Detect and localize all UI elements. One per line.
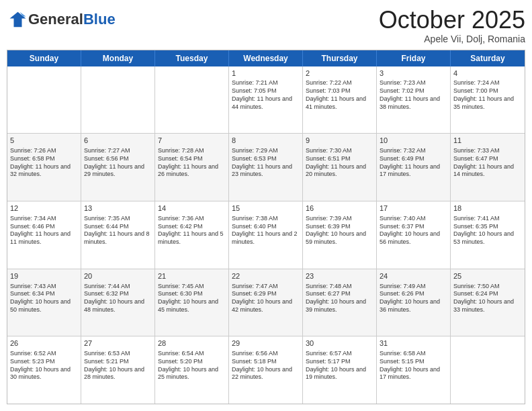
day-number: 11 bbox=[453, 136, 522, 146]
day-number: 31 bbox=[380, 338, 447, 349]
day-number: 20 bbox=[84, 271, 152, 281]
cell-r2-c4: 16Sunrise: 7:39 AM Sunset: 6:39 PM Dayli… bbox=[303, 201, 377, 269]
day-number: 13 bbox=[84, 203, 152, 214]
cell-r4-c4: 30Sunrise: 6:57 AM Sunset: 5:17 PM Dayli… bbox=[303, 336, 377, 404]
cell-r4-c3: 29Sunrise: 6:56 AM Sunset: 5:18 PM Dayli… bbox=[229, 336, 303, 404]
day-info: Sunrise: 7:45 AM Sunset: 6:30 PM Dayligh… bbox=[158, 283, 226, 314]
day-info: Sunrise: 6:57 AM Sunset: 5:17 PM Dayligh… bbox=[306, 350, 373, 381]
day-info: Sunrise: 7:49 AM Sunset: 6:26 PM Dayligh… bbox=[380, 283, 447, 314]
day-number: 24 bbox=[380, 271, 447, 281]
day-info: Sunrise: 6:52 AM Sunset: 5:23 PM Dayligh… bbox=[10, 350, 78, 381]
day-info: Sunrise: 7:36 AM Sunset: 6:42 PM Dayligh… bbox=[158, 215, 226, 246]
day-info: Sunrise: 6:53 AM Sunset: 5:21 PM Dayligh… bbox=[84, 350, 152, 381]
day-number: 29 bbox=[232, 338, 300, 349]
cell-r3-c1: 20Sunrise: 7:44 AM Sunset: 6:32 PM Dayli… bbox=[81, 269, 155, 336]
day-info: Sunrise: 7:33 AM Sunset: 6:47 PM Dayligh… bbox=[453, 147, 522, 179]
cell-r4-c2: 28Sunrise: 6:54 AM Sunset: 5:20 PM Dayli… bbox=[155, 336, 229, 404]
day-number: 12 bbox=[10, 203, 78, 214]
day-number: 27 bbox=[84, 338, 152, 349]
day-info: Sunrise: 7:38 AM Sunset: 6:40 PM Dayligh… bbox=[232, 215, 300, 246]
day-number: 23 bbox=[306, 271, 373, 281]
cell-r4-c5: 31Sunrise: 6:58 AM Sunset: 5:15 PM Dayli… bbox=[377, 336, 451, 404]
day-info: Sunrise: 7:48 AM Sunset: 6:27 PM Dayligh… bbox=[306, 283, 373, 314]
calendar-row-4: 26Sunrise: 6:52 AM Sunset: 5:23 PM Dayli… bbox=[7, 336, 525, 404]
day-number: 5 bbox=[10, 136, 78, 146]
day-number: 7 bbox=[158, 136, 226, 146]
cell-r1-c4: 9Sunrise: 7:30 AM Sunset: 6:51 PM Daylig… bbox=[303, 134, 377, 201]
day-number: 18 bbox=[453, 203, 522, 214]
cell-r3-c4: 23Sunrise: 7:48 AM Sunset: 6:27 PM Dayli… bbox=[303, 269, 377, 336]
day-info: Sunrise: 7:26 AM Sunset: 6:58 PM Dayligh… bbox=[10, 147, 78, 179]
cell-r4-c1: 27Sunrise: 6:53 AM Sunset: 5:21 PM Dayli… bbox=[81, 336, 155, 404]
header-wednesday: Wednesday bbox=[229, 50, 303, 66]
svg-marker-0 bbox=[10, 12, 26, 28]
cell-r0-c2 bbox=[155, 66, 229, 134]
cell-r0-c1 bbox=[81, 66, 155, 134]
day-info: Sunrise: 7:41 AM Sunset: 6:35 PM Dayligh… bbox=[453, 215, 522, 246]
calendar-row-2: 12Sunrise: 7:34 AM Sunset: 6:46 PM Dayli… bbox=[7, 201, 525, 269]
day-number: 9 bbox=[306, 136, 373, 146]
title-block: October 2025 Apele Vii, Dolj, Romania bbox=[379, 7, 525, 44]
month-title: October 2025 bbox=[379, 7, 525, 34]
day-number: 16 bbox=[306, 203, 373, 214]
cell-r0-c3: 1Sunrise: 7:21 AM Sunset: 7:05 PM Daylig… bbox=[229, 66, 303, 134]
cell-r3-c3: 22Sunrise: 7:47 AM Sunset: 6:29 PM Dayli… bbox=[229, 269, 303, 336]
header: GeneralBlue October 2025 Apele Vii, Dolj… bbox=[7, 7, 525, 44]
day-info: Sunrise: 7:27 AM Sunset: 6:56 PM Dayligh… bbox=[84, 147, 152, 179]
cell-r0-c6: 4Sunrise: 7:24 AM Sunset: 7:00 PM Daylig… bbox=[451, 66, 525, 134]
cell-r3-c5: 24Sunrise: 7:49 AM Sunset: 6:26 PM Dayli… bbox=[377, 269, 451, 336]
day-number: 17 bbox=[380, 203, 447, 214]
cell-r4-c0: 26Sunrise: 6:52 AM Sunset: 5:23 PM Dayli… bbox=[7, 336, 81, 404]
cell-r2-c5: 17Sunrise: 7:40 AM Sunset: 6:37 PM Dayli… bbox=[377, 201, 451, 269]
cell-r1-c1: 6Sunrise: 7:27 AM Sunset: 6:56 PM Daylig… bbox=[81, 134, 155, 201]
cell-r1-c0: 5Sunrise: 7:26 AM Sunset: 6:58 PM Daylig… bbox=[7, 134, 81, 201]
subtitle: Apele Vii, Dolj, Romania bbox=[379, 34, 525, 44]
day-info: Sunrise: 7:44 AM Sunset: 6:32 PM Dayligh… bbox=[84, 283, 152, 314]
calendar-row-1: 5Sunrise: 7:26 AM Sunset: 6:58 PM Daylig… bbox=[7, 134, 525, 201]
cell-r2-c2: 14Sunrise: 7:36 AM Sunset: 6:42 PM Dayli… bbox=[155, 201, 229, 269]
day-info: Sunrise: 7:30 AM Sunset: 6:51 PM Dayligh… bbox=[306, 147, 373, 179]
day-info: Sunrise: 7:21 AM Sunset: 7:05 PM Dayligh… bbox=[232, 79, 300, 111]
day-number: 10 bbox=[380, 136, 447, 146]
page: GeneralBlue October 2025 Apele Vii, Dolj… bbox=[0, 0, 532, 411]
cell-r1-c2: 7Sunrise: 7:28 AM Sunset: 6:54 PM Daylig… bbox=[155, 134, 229, 201]
day-info: Sunrise: 7:39 AM Sunset: 6:39 PM Dayligh… bbox=[306, 215, 373, 246]
day-number: 19 bbox=[10, 271, 78, 281]
header-monday: Monday bbox=[81, 50, 155, 66]
calendar-header: Sunday Monday Tuesday Wednesday Thursday… bbox=[7, 50, 525, 66]
header-thursday: Thursday bbox=[303, 50, 377, 66]
calendar: Sunday Monday Tuesday Wednesday Thursday… bbox=[7, 50, 525, 404]
day-number: 30 bbox=[306, 338, 373, 349]
day-info: Sunrise: 7:22 AM Sunset: 7:03 PM Dayligh… bbox=[306, 79, 373, 111]
day-info: Sunrise: 6:58 AM Sunset: 5:15 PM Dayligh… bbox=[380, 350, 447, 381]
logo: GeneralBlue bbox=[7, 9, 116, 30]
logo-text: GeneralBlue bbox=[28, 12, 116, 27]
cell-r2-c6: 18Sunrise: 7:41 AM Sunset: 6:35 PM Dayli… bbox=[451, 201, 525, 269]
day-number: 15 bbox=[232, 203, 300, 214]
day-number: 8 bbox=[232, 136, 300, 146]
day-info: Sunrise: 7:28 AM Sunset: 6:54 PM Dayligh… bbox=[158, 147, 226, 179]
calendar-row-0: 1Sunrise: 7:21 AM Sunset: 7:05 PM Daylig… bbox=[7, 66, 525, 134]
header-tuesday: Tuesday bbox=[155, 50, 229, 66]
day-number: 22 bbox=[232, 271, 300, 281]
day-info: Sunrise: 7:32 AM Sunset: 6:49 PM Dayligh… bbox=[380, 147, 447, 179]
day-info: Sunrise: 7:50 AM Sunset: 6:24 PM Dayligh… bbox=[453, 283, 522, 314]
cell-r3-c6: 25Sunrise: 7:50 AM Sunset: 6:24 PM Dayli… bbox=[451, 269, 525, 336]
logo-blue: Blue bbox=[83, 11, 116, 28]
cell-r1-c6: 11Sunrise: 7:33 AM Sunset: 6:47 PM Dayli… bbox=[451, 134, 525, 201]
cell-r1-c5: 10Sunrise: 7:32 AM Sunset: 6:49 PM Dayli… bbox=[377, 134, 451, 201]
day-info: Sunrise: 6:54 AM Sunset: 5:20 PM Dayligh… bbox=[158, 350, 226, 381]
header-sunday: Sunday bbox=[7, 50, 81, 66]
day-number: 25 bbox=[453, 271, 522, 281]
cell-r2-c3: 15Sunrise: 7:38 AM Sunset: 6:40 PM Dayli… bbox=[229, 201, 303, 269]
cell-r3-c0: 19Sunrise: 7:43 AM Sunset: 6:34 PM Dayli… bbox=[7, 269, 81, 336]
day-info: Sunrise: 7:43 AM Sunset: 6:34 PM Dayligh… bbox=[10, 283, 78, 314]
cell-r4-c6 bbox=[451, 336, 525, 404]
header-friday: Friday bbox=[377, 50, 451, 66]
day-number: 3 bbox=[380, 68, 447, 79]
calendar-row-3: 19Sunrise: 7:43 AM Sunset: 6:34 PM Dayli… bbox=[7, 269, 525, 337]
day-number: 26 bbox=[10, 338, 78, 349]
day-number: 4 bbox=[453, 68, 522, 79]
day-number: 1 bbox=[232, 68, 300, 79]
calendar-body: 1Sunrise: 7:21 AM Sunset: 7:05 PM Daylig… bbox=[7, 66, 525, 404]
